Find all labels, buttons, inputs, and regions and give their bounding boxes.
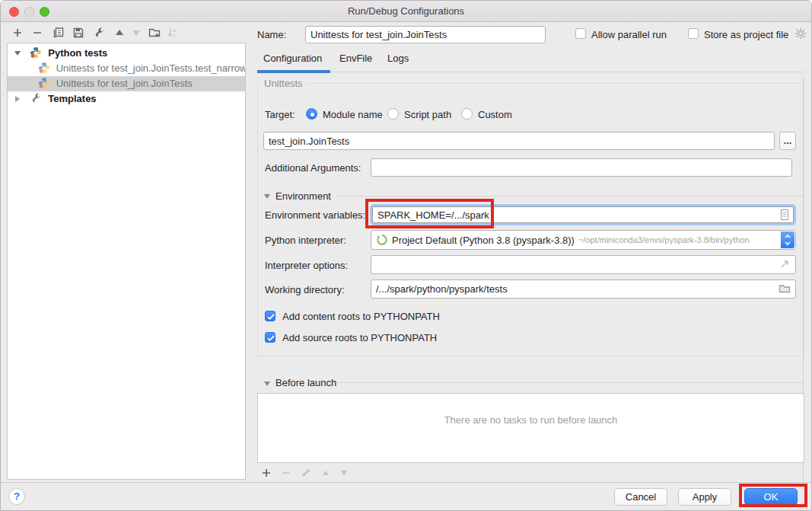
python-run-config-icon (38, 77, 50, 89)
environment-variables-field[interactable]: SPARK_HOME=/.../spark (370, 204, 796, 225)
python-interpreter-combobox[interactable]: Project Default (Python 3.8 (pyspark-3.8… (371, 230, 796, 250)
add-source-roots-label: Add source roots to PYTHONPATH (282, 332, 437, 343)
target-label: Target: (265, 109, 295, 120)
before-launch-task-list[interactable] (257, 393, 804, 463)
before-launch-collapse-icon[interactable] (264, 382, 270, 386)
store-settings-gear-icon[interactable] (794, 27, 807, 42)
move-task-down-icon (337, 466, 351, 480)
interpreter-options-label: Interpreter options: (265, 260, 348, 271)
before-launch-section-line (336, 382, 804, 383)
remove-icon[interactable] (30, 26, 44, 40)
title-bar: Run/Debug Configurations (1, 1, 811, 22)
tree-item-label: Unittests for test_join.JoinTests.test_n… (56, 62, 245, 74)
environment-variables-value: SPARK_HOME=/.../spark (377, 209, 489, 221)
tab-logs[interactable]: Logs (387, 53, 409, 64)
radio-custom[interactable] (461, 108, 473, 120)
edit-variables-list-icon[interactable] (779, 209, 791, 221)
store-as-project-file-label: Store as project file (704, 29, 788, 40)
python-run-config-icon (38, 62, 50, 74)
radio-script-path-label: Script path (404, 109, 451, 120)
svg-text:z: z (173, 33, 176, 38)
working-directory-input[interactable] (371, 279, 796, 299)
move-up-icon[interactable] (113, 26, 126, 40)
before-launch-empty-message: There are no tasks to run before launch (257, 414, 804, 426)
expand-field-icon[interactable] (779, 258, 791, 273)
python-interpreter-label: Python interpreter: (265, 235, 346, 246)
window-title: Run/Debug Configurations (1, 5, 811, 17)
python-tests-icon (30, 46, 42, 59)
tree-item-templates[interactable]: Templates (8, 91, 245, 107)
radio-custom-label: Custom (478, 109, 512, 120)
collapse-arrow-icon[interactable] (14, 51, 21, 56)
allow-parallel-run-checkbox[interactable] (575, 28, 586, 39)
allow-parallel-run-label: Allow parallel run (591, 29, 667, 40)
conda-environment-icon (376, 234, 388, 246)
unittests-group-title: Unittests (260, 78, 307, 89)
environment-collapse-icon[interactable] (264, 194, 270, 199)
new-folder-icon[interactable] (148, 26, 161, 40)
add-task-icon[interactable] (260, 466, 273, 480)
tree-item-label: Templates (48, 93, 96, 104)
tree-item-jointests-selected[interactable]: Unittests for test_join.JoinTests (8, 76, 245, 91)
run-debug-configurations-dialog: Run/Debug Configurations az Python tests… (0, 0, 812, 511)
copy-icon[interactable] (52, 26, 65, 40)
tree-item-label: Unittests for test_join.JoinTests (56, 78, 193, 89)
tab-envfile[interactable]: EnvFile (339, 53, 372, 64)
add-content-roots-label: Add content roots to PYTHONPATH (282, 311, 440, 322)
python-interpreter-path: ~/opt/miniconda3/envs/pyspark-3.8/bin/py… (578, 235, 750, 244)
additional-arguments-input[interactable] (371, 158, 792, 177)
tree-item-python-tests[interactable]: Python tests (8, 46, 245, 61)
module-name-input[interactable] (263, 132, 775, 150)
python-interpreter-value: Project Default (Python 3.8 (pyspark-3.8… (392, 235, 575, 246)
active-tab-underline (257, 70, 330, 73)
browse-folder-icon[interactable] (779, 283, 791, 297)
add-icon[interactable] (11, 26, 24, 40)
add-source-roots-checkbox[interactable] (265, 332, 275, 343)
edit-task-pencil-icon (299, 466, 313, 480)
svg-text:a: a (173, 27, 176, 33)
radio-module-name[interactable] (306, 108, 317, 120)
configurations-tree: Python tests Unittests for test_join.Joi… (7, 43, 246, 480)
apply-button[interactable]: Apply (678, 488, 731, 506)
additional-arguments-label: Additional Arguments: (265, 162, 361, 174)
store-as-project-file-checkbox[interactable] (688, 28, 699, 39)
edit-templates-wrench-icon[interactable] (92, 26, 106, 40)
sort-alphabetically-icon: az (166, 26, 180, 40)
combobox-arrows-icon[interactable] (781, 232, 794, 248)
footer-divider (1, 482, 812, 483)
add-content-roots-checkbox[interactable] (265, 311, 275, 321)
tree-item-label: Python tests (48, 47, 107, 59)
environment-section-line (338, 196, 804, 196)
tree-item-test-narrow[interactable]: Unittests for test_join.JoinTests.test_n… (8, 61, 245, 76)
working-directory-label: Working directory: (265, 284, 345, 295)
save-icon[interactable] (72, 26, 85, 40)
browse-button[interactable]: ... (779, 132, 796, 150)
remove-task-icon (279, 466, 293, 480)
expand-arrow-icon[interactable] (15, 96, 20, 102)
name-input[interactable] (305, 26, 546, 43)
tab-configuration[interactable]: Configuration (263, 53, 322, 64)
tab-bar-divider (330, 72, 804, 72)
interpreter-options-input[interactable] (371, 255, 796, 274)
radio-module-name-label: Module name (323, 109, 383, 120)
help-button[interactable]: ? (8, 488, 25, 505)
name-label: Name: (257, 29, 286, 40)
environment-section-title: Environment (275, 190, 331, 202)
environment-variables-label: Environment variables: (265, 209, 365, 221)
cancel-button[interactable]: Cancel (614, 488, 667, 506)
ok-button[interactable]: OK (744, 488, 798, 506)
before-launch-title: Before launch (275, 377, 336, 388)
move-down-icon (129, 26, 143, 40)
templates-wrench-icon (30, 92, 42, 104)
radio-script-path[interactable] (387, 108, 399, 120)
move-task-up-icon (319, 466, 333, 480)
